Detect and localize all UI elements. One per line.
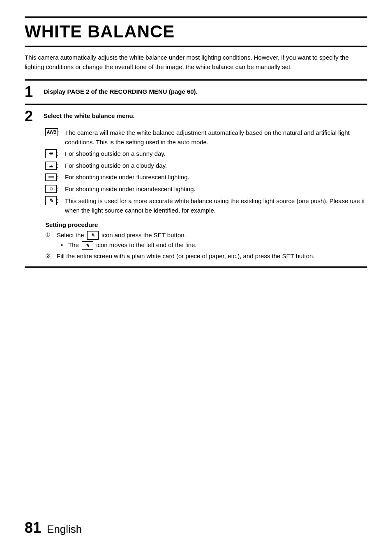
manual-wb-icon: ✎ (45, 196, 57, 205)
manual-icon-cell: ✎ : (45, 196, 62, 206)
proc-manual-icon-2: ✎ (82, 241, 93, 250)
page-title: WHITE BALANCE (25, 22, 367, 47)
wb-option-awb: AWB : The camera will make the white bal… (45, 128, 367, 147)
wb-option-fluorescent: ≡≡≡ : For shooting inside under fluoresc… (45, 173, 367, 182)
manual-description: This setting is used for a more accurate… (65, 196, 367, 215)
top-rule (25, 16, 367, 18)
step-1-block: 1 Display PAGE 2 of the RECORDING MENU (… (25, 79, 367, 105)
step-2-title: Select the white balance menu. (44, 109, 135, 121)
proc-step-1-sub-text: The ✎ icon moves to the left end of the … (68, 241, 197, 250)
incan-colon: : (57, 185, 58, 194)
page-number: 81 (25, 519, 41, 537)
proc-step-2-content: Fill the entire screen with a plain whit… (57, 252, 367, 261)
manual-colon: : (57, 196, 58, 206)
sunny-colon: : (57, 149, 58, 159)
proc-step-1-content: Select the ✎ icon and press the SET butt… (57, 231, 367, 250)
proc-step-1: ① Select the ✎ icon and press the SET bu… (45, 231, 367, 250)
fluor-icon-cell: ≡≡≡ : (45, 173, 62, 182)
proc-step-2: ② Fill the entire screen with a plain wh… (45, 252, 367, 261)
step-2-number: 2 (25, 109, 39, 124)
step-2-content: AWB : The camera will make the white bal… (25, 128, 367, 261)
incan-icon: ⊙ (45, 185, 57, 193)
wb-option-cloudy: ☁ : For shooting outside on a cloudy day… (45, 161, 367, 171)
proc-manual-icon-1: ✎ (87, 231, 99, 240)
bullet-dot: • (61, 241, 66, 250)
wb-option-sunny: ✳︎ : For shooting outside on a sunny day… (45, 149, 367, 159)
step-1-header: 1 Display PAGE 2 of the RECORDING MENU (… (25, 85, 367, 99)
fluor-colon: : (57, 173, 58, 182)
step-1-number: 1 (25, 85, 39, 99)
awb-description: The camera will make the white balance a… (65, 128, 367, 147)
incan-description: For shooting inside under incandescent l… (65, 185, 367, 194)
proc-step-1-sub-item: • The ✎ icon moves to the left end of th… (61, 241, 367, 250)
cloudy-icon-cell: ☁ : (45, 161, 62, 171)
intro-text: This camera automatically adjusts the wh… (25, 53, 367, 72)
wb-option-manual: ✎ : This setting is used for a more accu… (45, 196, 367, 215)
awb-icon: AWB (45, 128, 58, 136)
wb-option-incandescent: ⊙ : For shooting inside under incandesce… (45, 185, 367, 194)
sunny-description: For shooting outside on a sunny day. (65, 149, 367, 159)
awb-colon: : (58, 128, 60, 137)
wb-options-list: AWB : The camera will make the white bal… (45, 128, 367, 215)
cloudy-icon: ☁ (45, 162, 57, 170)
sunny-icon-cell: ✳︎ : (45, 149, 62, 159)
proc-step-1-sub: • The ✎ icon moves to the left end of th… (57, 241, 367, 250)
incan-icon-cell: ⊙ : (45, 185, 62, 194)
awb-icon-cell: AWB : (45, 128, 62, 137)
page-language: English (47, 523, 82, 536)
step-1-title: Display PAGE 2 of the RECORDING MENU (pa… (44, 85, 198, 97)
cloudy-colon: : (57, 161, 58, 171)
step-2-block: 2 Select the white balance menu. AWB : T… (25, 105, 367, 268)
proc-step-1-num: ① (45, 231, 54, 239)
proc-step-2-num: ② (45, 252, 54, 260)
fluor-description: For shooting inside under fluorescent li… (65, 173, 367, 182)
fluor-icon: ≡≡≡ (45, 174, 57, 181)
cloudy-description: For shooting outside on a cloudy day. (65, 161, 367, 171)
sunny-icon: ✳︎ (45, 149, 57, 158)
footer: 81 English (25, 519, 82, 537)
procedure-title: Setting procedure (45, 221, 367, 228)
step-2-header: 2 Select the white balance menu. (25, 109, 367, 124)
procedure-list: ① Select the ✎ icon and press the SET bu… (45, 231, 367, 261)
setting-procedure: Setting procedure ① Select the ✎ icon an… (45, 221, 367, 261)
